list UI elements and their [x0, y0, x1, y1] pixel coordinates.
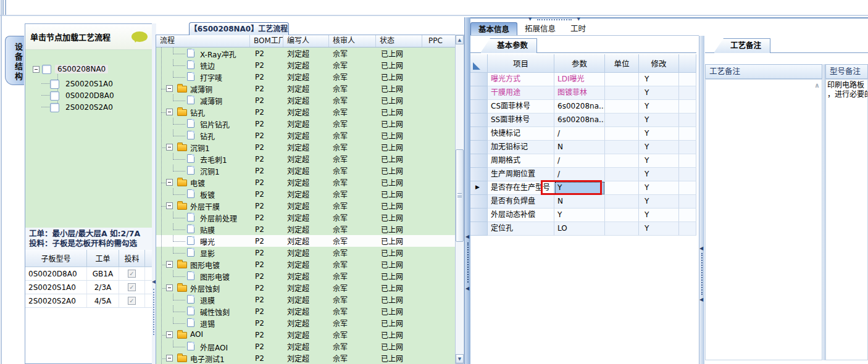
parameter-row[interactable]: 加无铅标记 N Y	[470, 141, 696, 154]
process-remarks-textarea[interactable]: ∧	[705, 79, 822, 360]
process-row[interactable]: 图形电镀 P2 刘定超 佘军 已上网	[156, 259, 455, 270]
scroll-up-chevron-icon[interactable]: ∧	[814, 81, 820, 89]
param-value-cell[interactable]: LDI曝光	[554, 73, 605, 86]
process-step-name[interactable]: 外层前处理	[200, 213, 237, 223]
process-step-name[interactable]: 钻孔	[200, 131, 215, 141]
process-step-name[interactable]: 外层干膜	[190, 201, 220, 212]
process-row[interactable]: 铝片钻孔 P2 刘定超 佘军 已上网	[156, 118, 455, 130]
param-item-cell[interactable]: 快捷标记	[488, 127, 554, 141]
param-modify-cell[interactable]: Y	[639, 195, 679, 209]
sidebar-tab-device-structure[interactable]: 设备结构	[5, 36, 24, 85]
column-header-status[interactable]: 状态	[376, 35, 422, 47]
param-value-cell[interactable]: N	[554, 141, 605, 154]
subboard-model[interactable]: 2S0020S2A0	[25, 294, 87, 307]
process-row[interactable]: 图形电镀 P2 刘定超 佘军 已上网	[156, 270, 455, 282]
process-scrollbar[interactable]: ▲ ▼	[455, 35, 464, 364]
param-unit-cell[interactable]	[605, 86, 639, 100]
param-value-cell[interactable]: LO	[554, 222, 605, 236]
column-header-author[interactable]: 编写人	[283, 35, 329, 47]
process-row[interactable]: AOI P2 刘定超 佘军 已上网	[156, 329, 455, 341]
column-header-unit[interactable]: 单位	[605, 54, 639, 73]
process-step-name[interactable]: 图形电镀	[200, 271, 230, 282]
subboard-order[interactable]: GB1A	[87, 267, 119, 280]
tab-work-hours[interactable]: 工时	[563, 22, 593, 35]
process-step-name[interactable]: 碱性蚀刻	[200, 307, 230, 317]
parameter-row[interactable]: 周期格式 / Y	[470, 154, 696, 168]
parameter-row[interactable]: 定位孔 LO Y	[470, 222, 696, 236]
tree-expander-icon[interactable]	[166, 85, 173, 92]
process-row[interactable]: 电子测试1 P2 刘定超 佘军 已上网	[156, 352, 455, 364]
row-selector-cell[interactable]	[470, 73, 488, 86]
right-splitter[interactable]: ◀ ◀	[699, 36, 704, 364]
param-modify-cell[interactable]: Y	[639, 141, 679, 154]
tree-checkbox[interactable]	[50, 91, 59, 101]
row-selector-cell[interactable]	[470, 141, 488, 154]
row-selector-cell[interactable]	[470, 154, 488, 168]
param-unit-cell[interactable]	[605, 168, 639, 181]
param-unit-cell[interactable]	[605, 209, 639, 222]
column-header-process-remarks[interactable]: 工艺备注	[705, 64, 822, 79]
param-modify-cell[interactable]: Y	[639, 168, 679, 181]
process-step-name[interactable]: 打字唛	[200, 72, 222, 83]
tree-node-root[interactable]: 6S00208NA0	[33, 64, 108, 75]
process-step-name[interactable]: 外层AOI	[200, 342, 228, 352]
param-value-cell[interactable]: Y	[554, 209, 605, 222]
process-step-name[interactable]: 退锡	[200, 318, 215, 329]
param-value-cell[interactable]: /	[554, 168, 605, 181]
subboard-row[interactable]: 2S0020S2A0 4/5A	[25, 294, 152, 308]
subtab-basic-params[interactable]: 基本参数	[480, 38, 537, 53]
column-header-flow[interactable]: 流程	[156, 35, 250, 47]
parameter-row[interactable]: 干膜用途 图镀菲林 Y	[470, 86, 696, 100]
param-item-cell[interactable]: 加无铅标记	[488, 141, 554, 154]
process-row[interactable]: 外层前处理 P2 刘定超 佘军 已上网	[156, 212, 455, 223]
row-selector-cell[interactable]	[470, 86, 488, 100]
row-selector-cell[interactable]	[470, 195, 488, 209]
row-selector-cell[interactable]	[470, 222, 488, 236]
tree-expander-icon[interactable]	[166, 284, 173, 291]
process-step-name[interactable]: 贴膜	[200, 225, 215, 235]
tree-node-label[interactable]: 6S00208NA0	[55, 65, 108, 73]
process-step-name[interactable]: 电镀	[190, 178, 205, 188]
row-selector-cell[interactable]	[470, 114, 488, 127]
row-selector-cell[interactable]	[470, 168, 488, 181]
param-unit-cell[interactable]	[605, 114, 639, 127]
tree-expander-icon[interactable]	[166, 202, 173, 209]
param-item-cell[interactable]: 曝光方式	[488, 73, 554, 86]
process-row[interactable]: 显影 P2 刘定超 佘军 已上网	[156, 247, 455, 259]
tree-expander-icon[interactable]	[166, 144, 173, 151]
param-value-cell[interactable]: /	[554, 154, 605, 168]
column-header-model-remarks[interactable]: 型号备注	[825, 64, 868, 79]
process-flow-tab[interactable]: 【6S00208NA0】工艺流程	[189, 22, 289, 35]
process-row[interactable]: 贴膜 P2 刘定超 佘军 已上网	[156, 223, 455, 235]
process-row[interactable]: 板镀 P2 刘定超 佘军 已上网	[156, 188, 455, 200]
feed-checkbox[interactable]	[128, 270, 136, 278]
tree-expander-icon[interactable]	[166, 261, 173, 268]
tree-expander-icon[interactable]	[33, 66, 40, 73]
tab-basic-info[interactable]: 基本信息	[470, 22, 517, 35]
column-header-item[interactable]: 项目	[488, 54, 554, 73]
top-splitter-grip[interactable]	[2, 0, 6, 15]
param-value-cell[interactable]: 图镀菲林	[554, 86, 605, 100]
parameter-row[interactable]: 曝光方式 LDI曝光 Y	[470, 73, 696, 86]
column-header-modify[interactable]: 修改	[639, 54, 679, 73]
process-row[interactable]: 钻孔 P2 刘定超 佘军 已上网	[156, 130, 455, 141]
process-row[interactable]: 退膜 P2 刘定超 佘军 已上网	[156, 294, 455, 305]
process-step-name[interactable]: 图形电镀	[190, 260, 220, 270]
process-step-name[interactable]: 铣边	[200, 60, 215, 71]
subboard-model[interactable]: 2S0020S1A0	[25, 281, 87, 294]
param-value-cell[interactable]: /	[554, 127, 605, 141]
tree-node-child[interactable]: 2S0020S1A0	[50, 78, 115, 89]
param-modify-cell[interactable]: Y	[639, 154, 679, 168]
process-step-name[interactable]: 退膜	[200, 295, 215, 305]
process-row[interactable]: 碱性蚀刻 P2 刘定超 佘军 已上网	[156, 305, 455, 317]
process-step-name[interactable]: 外层蚀刻	[190, 283, 220, 294]
param-unit-cell[interactable]	[605, 100, 639, 114]
scrollbar-thumb[interactable]	[456, 149, 464, 242]
process-row[interactable]: 减薄铜 P2 刘定超 佘军 已上网	[156, 94, 455, 106]
process-step-name[interactable]: 去毛刺1	[200, 154, 227, 165]
row-selector-cell[interactable]	[470, 181, 488, 195]
process-row[interactable]: 钻孔 P2 刘定超 佘军 已上网	[156, 106, 455, 118]
param-item-cell[interactable]: 生产周期位置	[488, 168, 554, 181]
process-step-name[interactable]: 沉铜1	[200, 166, 220, 176]
param-modify-cell[interactable]: Y	[639, 209, 679, 222]
